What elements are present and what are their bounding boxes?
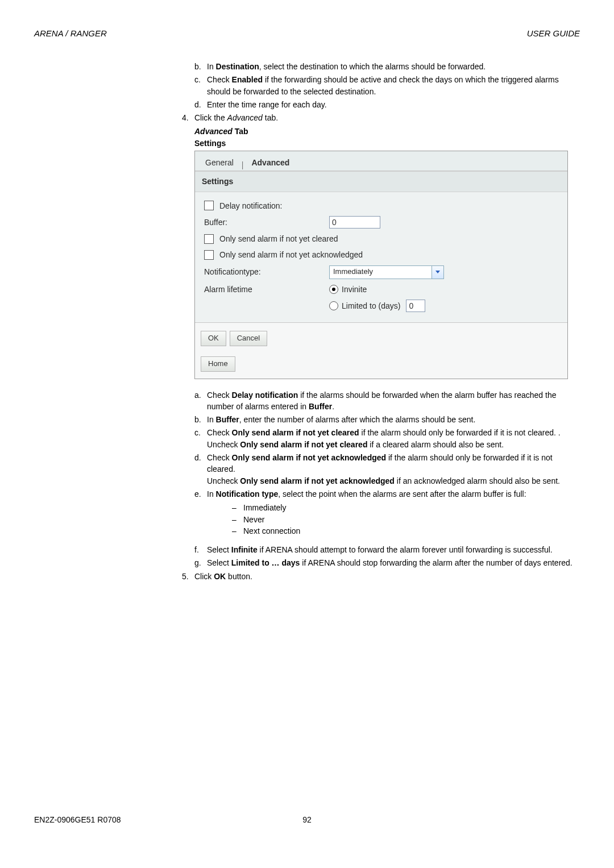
marker-5: 5. — [182, 571, 194, 582]
label-radio-limited: Limited to (days) — [342, 300, 400, 312]
text: if ARENA should stop forwarding the alar… — [300, 558, 572, 567]
tab-separator: | — [242, 159, 244, 171]
tab-advanced[interactable]: Advanced — [247, 155, 294, 171]
text: button. — [226, 572, 252, 581]
radio-dot-icon — [332, 288, 335, 291]
after-g: g. Select Limited to … days if ARENA sho… — [194, 557, 580, 568]
text: In — [207, 489, 216, 499]
select-dropdown-button[interactable] — [432, 266, 443, 279]
marker-g: g. — [194, 557, 207, 568]
home-button[interactable]: Home — [201, 356, 235, 372]
step-5: 5. Click OK button. — [182, 571, 580, 582]
input-buffer[interactable] — [329, 216, 380, 229]
after-c: c. Check Only send alarm if not yet clea… — [194, 427, 580, 450]
marker-c: c. — [194, 427, 207, 450]
marker-e: e. — [194, 488, 207, 537]
text: Check — [207, 453, 232, 462]
header-right: USER GUIDE — [527, 28, 580, 38]
marker-b: b. — [194, 414, 207, 425]
text: Check — [207, 391, 232, 400]
step-b: b. In Destination, select the destinatio… — [194, 61, 580, 72]
text: In — [207, 415, 216, 424]
text: . — [332, 402, 334, 411]
text: tab. — [263, 113, 278, 122]
label-alarm-lifetime: Alarm lifetime — [204, 284, 252, 295]
text: if ARENA should attempt to forward the a… — [258, 545, 553, 554]
after-e: e. In Notification type, select the poin… — [194, 488, 580, 537]
text: , select the point when the alarms are s… — [278, 489, 526, 499]
row-alarm-lifetime: Alarm lifetime Invinite Limited to (days… — [204, 284, 558, 312]
dash-next-connection: Next connection — [243, 525, 300, 537]
text: if a cleared alarm should also be sent. — [367, 440, 504, 449]
radio-infinite[interactable] — [329, 285, 338, 294]
after-d: d. Check Only send alarm if not yet ackn… — [194, 452, 580, 487]
bold: Delay notification — [232, 391, 298, 400]
select-value: Immediately — [330, 267, 432, 277]
step-d: d. Enter the time range for each day. — [194, 99, 580, 110]
label-delay: Delay notification: — [219, 200, 283, 211]
label-notif-type: Notificationtype: — [204, 266, 261, 277]
tab-general[interactable]: General — [201, 155, 238, 171]
bold-ok: OK — [214, 572, 226, 581]
checkbox-delay-notification[interactable] — [204, 201, 214, 210]
bold: Limited to … days — [231, 558, 300, 567]
step-c: c. Check Enabled if the forwarding shoul… — [194, 74, 580, 97]
input-limited-days[interactable] — [406, 300, 425, 312]
advanced-tab-heading: Advanced Tab — [194, 126, 580, 137]
settings-heading: Settings — [194, 138, 580, 149]
after-b: b. In Buffer, enter the number of alarms… — [194, 414, 580, 425]
text: Select — [207, 558, 231, 567]
after-a: a. Check Delay notification if the alarm… — [194, 389, 580, 413]
text: Click — [194, 572, 214, 581]
heading-italic: Advanced — [194, 127, 233, 136]
bold: Only send alarm if not yet acknowledged — [240, 476, 395, 485]
bold: Only send alarm if not yet cleared — [240, 440, 367, 449]
text: if an acknowledged alarm should also be … — [395, 476, 560, 485]
text: Check — [207, 75, 232, 84]
step-4: 4. Click the Advanced tab. — [182, 112, 580, 123]
settings-screenshot: General | Advanced Settings Delay notifi… — [194, 151, 568, 379]
chevron-down-icon — [435, 271, 440, 273]
settings-bold: Settings — [194, 139, 226, 148]
label-not-cleared: Only send alarm if not yet cleared — [219, 233, 338, 244]
text: , enter the number of alarms after which… — [239, 415, 476, 424]
marker-a: a. — [194, 389, 207, 413]
italic-advanced: Advanced — [227, 113, 263, 122]
label-radio-infinite: Invinite — [342, 284, 367, 295]
marker-d: d. — [194, 452, 207, 487]
marker-c: c. — [194, 74, 207, 97]
bold: Infinite — [231, 545, 258, 554]
text: In — [207, 62, 216, 71]
select-notification-type[interactable]: Immediately — [329, 265, 444, 279]
text: Select — [207, 545, 231, 554]
settings-panel-header: Settings — [195, 171, 567, 192]
bold: Buffer — [216, 415, 239, 424]
text: Uncheck — [207, 476, 240, 485]
marker-4: 4. — [182, 112, 194, 123]
bold: Notification type — [216, 489, 279, 499]
checkbox-not-cleared[interactable] — [204, 234, 214, 244]
bold-destination: Destination — [216, 62, 259, 71]
cancel-button[interactable]: Cancel — [230, 331, 267, 346]
marker-f: f. — [194, 544, 207, 555]
marker-b: b. — [194, 61, 207, 72]
text: Enter the time range for each day. — [207, 99, 580, 110]
row-notification-type: Notificationtype: Immediately — [204, 265, 558, 279]
row-not-cleared: Only send alarm if not yet cleared — [204, 233, 558, 244]
footer-doc-id: EN2Z-0906GE51 R0708 — [34, 815, 252, 824]
row-not-ack: Only send alarm if not yet acknowledged — [204, 249, 558, 260]
radio-limited[interactable] — [329, 301, 338, 310]
text: Check — [207, 428, 232, 437]
footer-page-number: 92 — [252, 815, 362, 824]
heading-rest: Tab — [233, 127, 248, 136]
row-delay-notification: Delay notification: — [204, 200, 558, 211]
text: Click the — [194, 113, 227, 122]
ok-button[interactable]: OK — [201, 331, 226, 346]
bold: Buffer — [309, 402, 332, 411]
dash-never: Never — [243, 514, 264, 525]
row-buffer: Buffer: — [204, 216, 558, 229]
text: if the alarm should only be forwarded if… — [359, 428, 561, 437]
checkbox-not-ack[interactable] — [204, 250, 214, 260]
bold-enabled: Enabled — [232, 75, 263, 84]
after-f: f. Select Infinite if ARENA should attem… — [194, 544, 580, 555]
